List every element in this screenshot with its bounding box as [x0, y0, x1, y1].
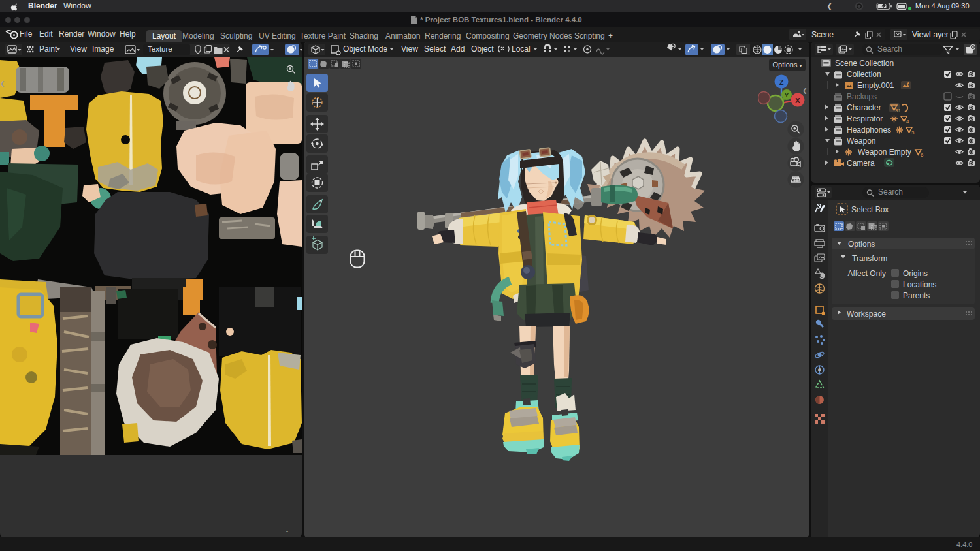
svg-text:3: 3 [911, 130, 915, 136]
svg-text:Y: Y [785, 92, 789, 99]
svg-text:Z: Z [779, 78, 784, 86]
svg-text:31: 31 [895, 108, 901, 114]
svg-text:6: 6 [921, 152, 924, 158]
svg-text:X: X [795, 97, 800, 104]
svg-text:4: 4 [906, 119, 909, 125]
